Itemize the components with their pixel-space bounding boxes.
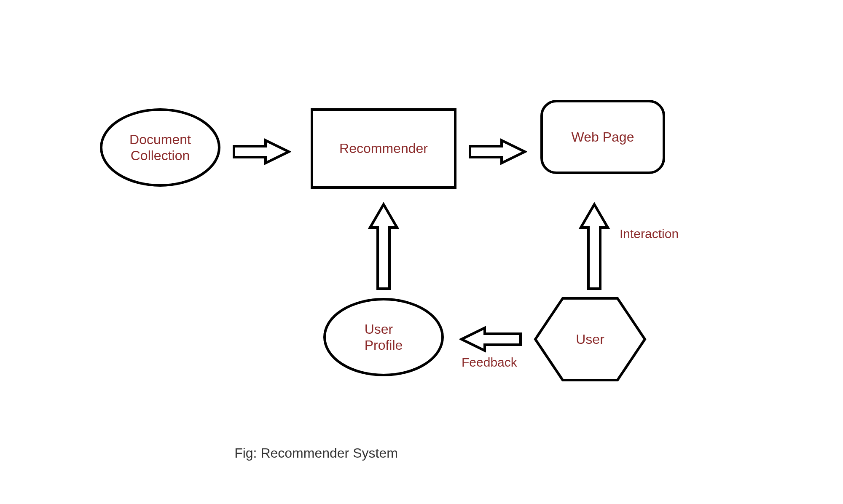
edge-interaction-label: Interaction: [620, 227, 679, 241]
svg-marker-7: [462, 328, 521, 351]
node-web-page-label: Web Page: [572, 129, 634, 145]
diagram-canvas: { "nodes": { "doc": { "label_line1": "Do…: [0, 0, 843, 504]
svg-marker-3: [470, 140, 525, 163]
edge-feedback-label: Feedback: [462, 355, 517, 370]
svg-marker-5: [370, 204, 397, 289]
node-document-collection-label: Document Collection: [129, 131, 191, 164]
svg-marker-1: [234, 140, 289, 163]
arrow-user-to-userprofile: [459, 324, 523, 354]
node-recommender-label: Recommender: [339, 140, 428, 156]
arrow-doc-to-recommender: [232, 137, 291, 166]
node-user-label: User: [576, 331, 604, 347]
svg-marker-9: [581, 204, 608, 289]
node-user-profile-label: User Profile: [365, 321, 403, 354]
arrow-userprofile-to-recommender: [367, 202, 400, 291]
arrow-recommender-to-webpage: [468, 137, 527, 166]
figure-caption: Fig: Recommender System: [234, 445, 398, 461]
arrow-user-to-webpage: [577, 202, 611, 291]
